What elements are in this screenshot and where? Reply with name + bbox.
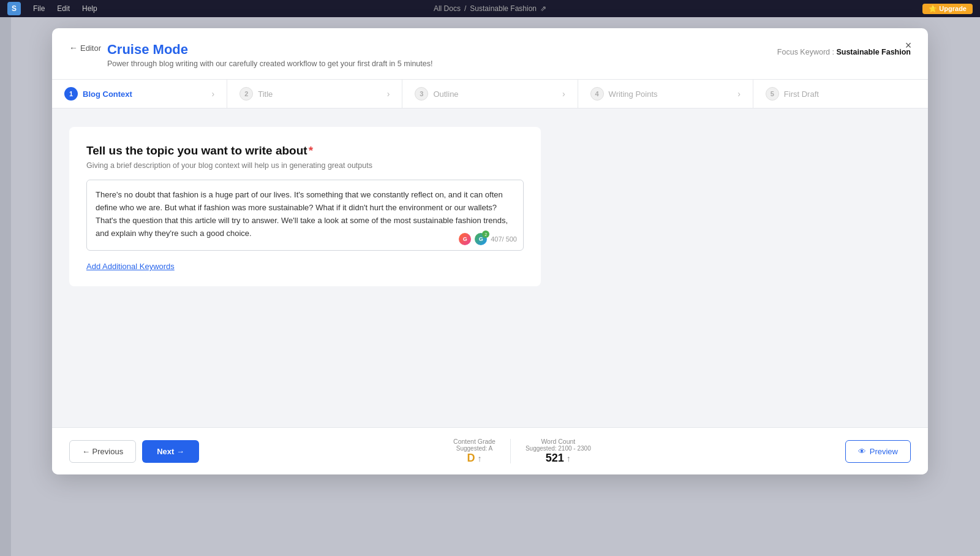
breadcrumb-separator: / bbox=[464, 4, 466, 13]
step-2-chevron: › bbox=[387, 89, 390, 99]
breadcrumb-icon: ⇗ bbox=[540, 4, 546, 13]
g2-badge: 2 bbox=[482, 230, 489, 238]
modal-header-right: Focus Keyword : Sustainable Fashion bbox=[777, 44, 911, 56]
step-blog-context[interactable]: 1 Blog Context › bbox=[52, 80, 227, 108]
content-description: Giving a brief description of your blog … bbox=[86, 161, 524, 170]
blog-context-textarea[interactable] bbox=[87, 180, 523, 248]
content-grade-metric: Content Grade Suggested: A D ↑ bbox=[453, 438, 496, 465]
step-first-draft[interactable]: 5 First Draft bbox=[753, 80, 928, 108]
g2-icon-wrapper: G 2 bbox=[475, 233, 487, 245]
step-4-chevron: › bbox=[737, 89, 741, 99]
menu-edit[interactable]: Edit bbox=[57, 4, 70, 13]
step-title[interactable]: 2 Title › bbox=[227, 80, 402, 108]
step-2-label: Title bbox=[258, 89, 273, 99]
step-3-label: Outline bbox=[433, 89, 458, 99]
breadcrumb: All Docs / Sustainable Fashion ⇗ bbox=[434, 4, 546, 13]
required-marker: * bbox=[309, 144, 313, 157]
step-writing-points[interactable]: 4 Writing Points › bbox=[578, 80, 753, 108]
textarea-container: G G 2 407/ 500 bbox=[86, 180, 524, 251]
modal-body: Tell us the topic you want to write abou… bbox=[52, 109, 928, 427]
footer-metrics: Content Grade Suggested: A D ↑ Word Coun… bbox=[453, 438, 591, 465]
grade-up-arrow: ↑ bbox=[477, 454, 481, 463]
add-keywords-link[interactable]: Add Additional Keywords bbox=[86, 262, 175, 271]
preview-eye-icon: 👁 bbox=[858, 447, 866, 456]
main-background: ← Editor Cruise Mode Power through blog … bbox=[0, 17, 980, 556]
focus-keyword-value: Sustainable Fashion bbox=[836, 48, 911, 56]
step-1-number: 1 bbox=[64, 87, 78, 101]
word-count-value: 521 ↑ bbox=[546, 452, 571, 465]
step-1-chevron: › bbox=[212, 89, 215, 99]
step-2-number: 2 bbox=[239, 87, 253, 101]
textarea-footer: G G 2 407/ 500 bbox=[459, 233, 517, 245]
modal-footer: ← Previous Next → Content Grade Suggeste… bbox=[52, 427, 928, 474]
content-grade-value: D ↑ bbox=[467, 452, 481, 465]
content-card: Tell us the topic you want to write abou… bbox=[69, 127, 541, 286]
step-1-label: Blog Context bbox=[83, 89, 132, 99]
previous-button[interactable]: ← Previous bbox=[69, 440, 136, 463]
breadcrumb-part1[interactable]: All Docs bbox=[434, 4, 461, 13]
footer-nav-buttons: ← Previous Next → bbox=[69, 440, 199, 463]
modal-overlay: ← Editor Cruise Mode Power through blog … bbox=[0, 17, 980, 556]
step-3-chevron: › bbox=[562, 89, 565, 99]
step-5-label: First Draft bbox=[784, 89, 819, 99]
back-to-editor-button[interactable]: ← Editor bbox=[69, 43, 101, 53]
close-button[interactable]: × bbox=[900, 37, 917, 54]
char-count: 407/ 500 bbox=[491, 235, 517, 243]
step-4-number: 4 bbox=[590, 87, 604, 101]
content-grade-label: Content Grade bbox=[453, 438, 496, 445]
preview-button[interactable]: 👁 Preview bbox=[845, 440, 911, 463]
next-button[interactable]: Next → bbox=[142, 440, 199, 463]
content-form-title: Tell us the topic you want to write abou… bbox=[86, 144, 524, 158]
cruise-mode-modal: ← Editor Cruise Mode Power through blog … bbox=[52, 28, 928, 474]
word-count-metric: Word Count Suggested: 2100 - 2300 521 ↑ bbox=[526, 438, 591, 465]
metrics-divider bbox=[510, 439, 511, 463]
word-count-label: Word Count bbox=[541, 438, 575, 445]
step-5-number: 5 bbox=[766, 87, 779, 101]
modal-title-block: Cruise Mode Power through blog writing w… bbox=[107, 42, 433, 68]
steps-bar: 1 Blog Context › 2 Title › 3 Outline › 4… bbox=[52, 79, 928, 109]
wordcount-up-arrow: ↑ bbox=[567, 454, 571, 463]
step-outline[interactable]: 3 Outline › bbox=[402, 80, 578, 108]
modal-header-left: ← Editor Cruise Mode Power through blog … bbox=[69, 42, 432, 68]
focus-keyword-display: Focus Keyword : Sustainable Fashion bbox=[777, 48, 911, 56]
modal-header: ← Editor Cruise Mode Power through blog … bbox=[52, 28, 928, 68]
app-logo: S bbox=[7, 2, 21, 15]
menu-bar: S File Edit Help All Docs / Sustainable … bbox=[0, 0, 980, 17]
menu-file[interactable]: File bbox=[33, 4, 45, 13]
step-3-number: 3 bbox=[415, 87, 428, 101]
grammarly-icon: G bbox=[459, 233, 471, 245]
menu-help[interactable]: Help bbox=[82, 4, 97, 13]
back-label: Editor bbox=[80, 44, 101, 53]
back-arrow-icon: ← bbox=[69, 43, 78, 53]
modal-subtitle: Power through blog writing with our care… bbox=[107, 59, 433, 68]
word-count-suggested: Suggested: 2100 - 2300 bbox=[526, 445, 591, 452]
upgrade-button[interactable]: ⭐ Upgrade bbox=[922, 4, 973, 14]
content-grade-suggested: Suggested: A bbox=[456, 445, 493, 452]
step-4-label: Writing Points bbox=[609, 89, 658, 99]
breadcrumb-part2[interactable]: Sustainable Fashion bbox=[470, 4, 537, 13]
modal-title: Cruise Mode bbox=[107, 42, 433, 58]
